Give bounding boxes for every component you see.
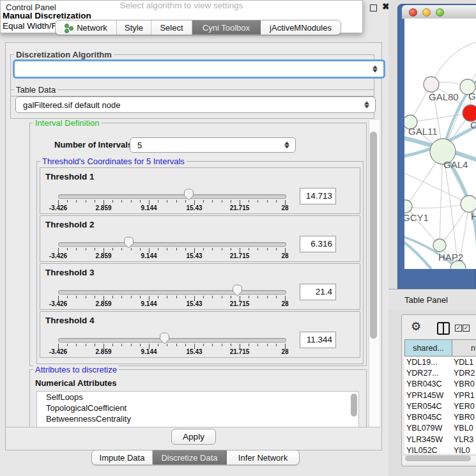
slider-tick-labels: -3.4262.8599.14415.4321.71528 bbox=[40, 252, 360, 260]
node-table-body: YDL19...YDL1YDR27...YDR2YBR043CYBR0YPR14… bbox=[404, 357, 476, 454]
table-cell: YBR0 bbox=[454, 380, 476, 388]
slider-tick-label: -3.426 bbox=[49, 204, 67, 211]
node-label: GAL4 bbox=[443, 159, 468, 170]
gear-icon[interactable]: ⚙ bbox=[411, 319, 421, 334]
slider-tick bbox=[267, 200, 268, 203]
settings-scrollbar-thumb[interactable] bbox=[370, 132, 377, 339]
table-row[interactable]: YIL052CYIL0 bbox=[404, 445, 476, 454]
slider-tick bbox=[86, 296, 86, 298]
network-node-h[interactable] bbox=[461, 196, 476, 212]
slider-tick bbox=[231, 248, 231, 250]
slider-track[interactable] bbox=[58, 338, 286, 342]
slider-tick bbox=[185, 248, 186, 250]
table-data-combo[interactable]: galFiltered.sif default node bbox=[15, 96, 376, 113]
threshold-label: Threshold 2 bbox=[45, 220, 95, 229]
network-node-gal80[interactable] bbox=[424, 77, 439, 92]
table-hscrollbar-thumb[interactable] bbox=[405, 456, 471, 461]
table-row[interactable]: YDR27...YDR2 bbox=[404, 367, 476, 378]
network-node-hap2[interactable] bbox=[433, 239, 446, 252]
screenshot-root: Control Panel ✖ Network Style Select Cyn… bbox=[0, 0, 476, 476]
apply-button[interactable]: Apply bbox=[171, 429, 216, 445]
slider-tick bbox=[140, 200, 141, 203]
slider-thumb[interactable] bbox=[232, 284, 243, 296]
slider-tick bbox=[212, 344, 213, 346]
tab-label: Select bbox=[160, 23, 183, 33]
slider-tick bbox=[67, 248, 68, 250]
tab-style[interactable]: Style bbox=[117, 20, 151, 35]
minimize-traffic-light[interactable] bbox=[422, 8, 431, 17]
slider-tick-label: 2.859 bbox=[95, 300, 111, 307]
table-row[interactable]: YBL079WYBL0 bbox=[404, 423, 476, 434]
number-of-intervals-combo[interactable]: 5 bbox=[130, 137, 296, 153]
column-header-name[interactable]: n bbox=[452, 339, 476, 357]
slider-tick bbox=[257, 248, 258, 250]
tab-jactivemnodules[interactable]: jActiveMNodules bbox=[261, 20, 341, 35]
column-layout-icon[interactable] bbox=[437, 322, 450, 335]
tab-label: Impute Data bbox=[100, 453, 145, 463]
list-item[interactable]: SelfLoops bbox=[37, 392, 358, 403]
table-cell: YIL0 bbox=[454, 446, 476, 454]
network-node-gcy1[interactable] bbox=[404, 200, 412, 213]
table-row[interactable]: YER054CYER0 bbox=[404, 401, 476, 411]
table-data-combo-value: galFiltered.sif default node bbox=[23, 100, 120, 110]
threshold-value-field[interactable]: 21.4 bbox=[300, 284, 336, 300]
slider-tick bbox=[203, 200, 204, 203]
slider-tick bbox=[112, 200, 113, 203]
slider-tick-label: 28 bbox=[281, 252, 288, 259]
slider-tick bbox=[222, 296, 222, 298]
table-row[interactable]: YPR145WYPR1 bbox=[404, 390, 476, 401]
tab-select[interactable]: Select bbox=[151, 20, 192, 35]
slider-tick bbox=[86, 248, 86, 250]
tab-impute-data[interactable]: Impute Data bbox=[92, 450, 153, 464]
list-item[interactable]: BetweennessCentrality bbox=[37, 413, 358, 424]
algorithm-combo[interactable] bbox=[13, 59, 385, 79]
slider-tick bbox=[185, 296, 186, 298]
threshold-value-field[interactable]: 11.344 bbox=[300, 332, 336, 348]
table-cell: YER054C bbox=[404, 402, 454, 411]
slider-thumb[interactable] bbox=[183, 188, 194, 201]
slider-tick bbox=[67, 296, 68, 298]
slider-tick bbox=[176, 296, 177, 298]
table-row[interactable]: YBR043CYBR0 bbox=[404, 379, 476, 390]
list-item[interactable]: TopologicalCoefficient bbox=[37, 403, 358, 413]
tab-network[interactable]: Network bbox=[56, 20, 117, 35]
table-row[interactable]: YBR045CYBR0 bbox=[404, 411, 476, 422]
slider-tick bbox=[95, 296, 95, 298]
slider-tick bbox=[231, 200, 231, 203]
tab-label: Network bbox=[77, 23, 107, 33]
slider-tick-label: 9.144 bbox=[141, 204, 157, 211]
zoom-traffic-light[interactable] bbox=[436, 8, 444, 17]
close-traffic-light[interactable] bbox=[409, 8, 417, 17]
network-view-canvas[interactable]: GAL80 G C GAL11 GAL4 GCY1 H HAP2 bbox=[404, 19, 476, 269]
column-header-shared-name[interactable]: shared... bbox=[404, 339, 452, 357]
float-window-icon[interactable] bbox=[370, 4, 377, 12]
list-scrollbar[interactable] bbox=[351, 394, 357, 417]
slider-thumb[interactable] bbox=[123, 236, 134, 249]
slider-thumb[interactable] bbox=[159, 332, 170, 344]
node-label: C bbox=[470, 119, 476, 130]
threshold-value-field[interactable]: 14.713 bbox=[300, 188, 336, 204]
slider-tick bbox=[222, 344, 222, 346]
checkbox-icon[interactable]: ✓ bbox=[455, 325, 462, 332]
tab-cyni-toolbox[interactable]: Cyni Toolbox bbox=[192, 20, 261, 35]
slider-tick bbox=[185, 344, 186, 346]
tab-label: Cyni Toolbox bbox=[203, 23, 250, 33]
slider-tick bbox=[76, 296, 77, 298]
table-row[interactable]: YDL19...YDL1 bbox=[404, 357, 476, 367]
slider-tick bbox=[231, 344, 231, 346]
threshold-value-field[interactable]: 6.316 bbox=[300, 236, 336, 252]
threshold-label: Threshold 3 bbox=[45, 268, 95, 277]
table-row[interactable]: YLR345WYLR3 bbox=[404, 434, 476, 445]
tab-infer-network[interactable]: Infer Network bbox=[227, 450, 299, 464]
slider-tick bbox=[131, 200, 132, 203]
slider-tick bbox=[167, 248, 167, 250]
table-cell: YIL052C bbox=[404, 446, 454, 454]
checkbox-icon[interactable]: ✓ bbox=[463, 325, 470, 332]
slider-tick bbox=[249, 200, 249, 203]
slider-track[interactable] bbox=[58, 290, 286, 295]
slider-tick bbox=[212, 248, 213, 250]
slider-track[interactable] bbox=[58, 242, 286, 247]
tab-discretize-data[interactable]: Discretize Data bbox=[153, 450, 227, 464]
numerical-attributes-list[interactable]: SelfLoops TopologicalCoefficient Between… bbox=[36, 391, 359, 427]
slider-track[interactable] bbox=[58, 194, 286, 199]
